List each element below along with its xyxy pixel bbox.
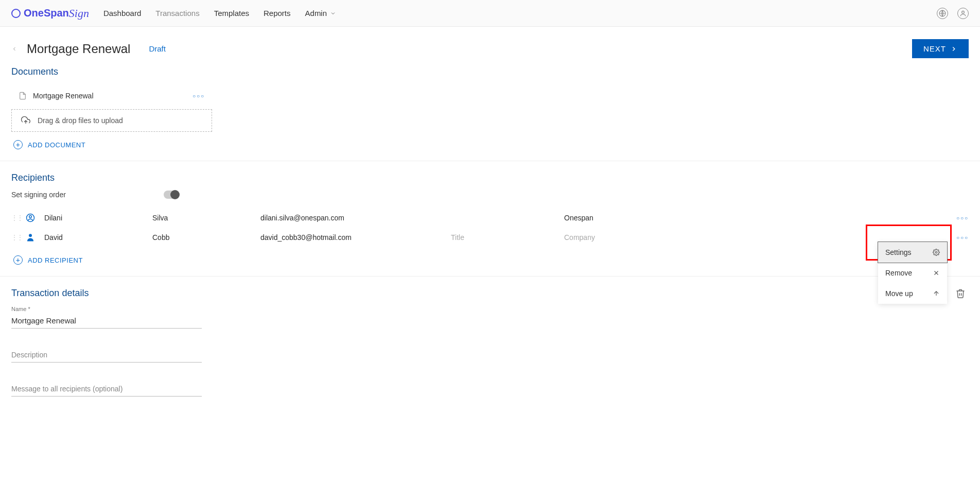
transaction-details-section: Transaction details Name * <box>0 288 980 397</box>
document-row[interactable]: Mortgage Renewal ○○○ <box>11 84 212 107</box>
user-menu-icon[interactable] <box>957 8 969 19</box>
description-input[interactable] <box>11 347 202 363</box>
add-recipient-button[interactable]: + ADD RECIPIENT <box>11 255 969 265</box>
message-field-group <box>11 381 207 397</box>
name-input[interactable] <box>11 313 202 329</box>
self-user-icon <box>26 213 44 222</box>
signing-order-label: Set signing order <box>11 191 66 199</box>
upload-dropzone[interactable]: Drag & drop files to upload <box>11 109 212 132</box>
document-name: Mortgage Renewal <box>33 92 192 100</box>
x-icon <box>933 269 940 277</box>
recipients-table: ⋮⋮ Dilani Silva dilani.silva@onespan.com… <box>11 208 969 247</box>
nav-dashboard[interactable]: Dashboard <box>103 9 141 18</box>
recipient-context-menu: Settings Remove Move up <box>878 242 947 304</box>
menu-remove-label: Remove <box>885 269 912 277</box>
menu-remove[interactable]: Remove <box>878 263 947 283</box>
nav-transactions[interactable]: Transactions <box>155 9 199 18</box>
globe-icon[interactable] <box>937 8 948 19</box>
signing-order-row: Set signing order <box>11 191 969 199</box>
file-icon <box>19 91 27 101</box>
page-header: Mortgage Renewal Draft NEXT <box>0 27 980 66</box>
recipient-email: dilani.silva@onespan.com <box>260 214 451 222</box>
chevron-right-icon <box>950 45 957 53</box>
add-document-button[interactable]: + ADD DOCUMENT <box>11 140 969 149</box>
plus-icon: + <box>13 140 23 149</box>
recipient-more-icon[interactable]: ○○○ <box>956 235 969 240</box>
recipients-title: Recipients <box>11 173 969 183</box>
recipient-company: Onespan <box>564 214 693 222</box>
delete-transaction-button[interactable] <box>955 288 966 299</box>
drag-handle-icon[interactable]: ⋮⋮ <box>11 214 26 221</box>
trash-icon <box>955 288 966 299</box>
recipient-last: Silva <box>152 214 260 222</box>
name-label: Name * <box>11 306 207 312</box>
recipient-first-input[interactable] <box>44 233 152 242</box>
menu-settings[interactable]: Settings <box>878 242 947 263</box>
name-field-group: Name * <box>11 306 207 329</box>
svg-point-1 <box>962 11 965 13</box>
divider <box>0 161 980 161</box>
user-icon <box>26 233 44 242</box>
add-recipient-label: ADD RECIPIENT <box>28 256 83 264</box>
next-button[interactable]: NEXT <box>912 39 969 58</box>
recipient-row: ⋮⋮ Dilani Silva dilani.silva@onespan.com… <box>11 208 969 228</box>
recipient-first: Dilani <box>44 214 152 222</box>
page-title: Mortgage Renewal <box>27 42 130 56</box>
add-document-label: ADD DOCUMENT <box>28 141 85 149</box>
menu-moveup-label: Move up <box>885 289 913 298</box>
recipient-company-input[interactable] <box>564 233 693 242</box>
nav-admin-label: Admin <box>305 9 327 18</box>
document-more-icon[interactable]: ○○○ <box>192 93 205 99</box>
drag-handle-icon[interactable]: ⋮⋮ <box>11 234 26 241</box>
documents-title: Documents <box>11 66 969 77</box>
description-field-group <box>11 347 207 363</box>
recipient-title-input[interactable] <box>451 233 564 242</box>
svg-point-5 <box>935 251 937 253</box>
nav-templates[interactable]: Templates <box>214 9 249 18</box>
recipient-email-input[interactable] <box>260 233 451 242</box>
signing-order-toggle[interactable] <box>164 191 179 199</box>
gear-icon <box>933 249 940 256</box>
svg-point-4 <box>29 234 32 237</box>
plus-icon: + <box>13 255 23 265</box>
dropzone-label: Drag & drop files to upload <box>38 116 123 125</box>
nav-reports[interactable]: Reports <box>264 9 291 18</box>
menu-move-up[interactable]: Move up <box>878 283 947 304</box>
cloud-upload-icon <box>20 116 31 125</box>
back-button[interactable] <box>11 44 18 54</box>
message-input[interactable] <box>11 381 202 397</box>
nav-admin[interactable]: Admin <box>305 9 337 18</box>
chevron-down-icon <box>330 10 336 16</box>
recipient-row: ⋮⋮ ○○○ Settings Remove <box>11 228 969 247</box>
svg-point-3 <box>29 216 32 218</box>
logo-icon <box>11 9 21 18</box>
logo[interactable]: OneSpan Sign <box>11 7 89 20</box>
transaction-title: Transaction details <box>11 288 89 299</box>
recipient-last-input[interactable] <box>152 233 260 242</box>
top-nav: Dashboard Transactions Templates Reports… <box>103 9 336 18</box>
divider <box>0 276 980 277</box>
logo-text: OneSpan <box>24 7 69 19</box>
topbar-right <box>937 8 969 19</box>
arrow-up-icon <box>933 290 940 297</box>
recipients-section: Recipients Set signing order ⋮⋮ Dilani S… <box>0 173 980 265</box>
topbar: OneSpan Sign Dashboard Transactions Temp… <box>0 0 980 27</box>
status-badge: Draft <box>149 44 166 53</box>
recipient-more-icon[interactable]: ○○○ <box>956 215 969 221</box>
documents-section: Documents Mortgage Renewal ○○○ Drag & dr… <box>0 66 980 149</box>
logo-suffix: Sign <box>69 7 89 20</box>
next-button-label: NEXT <box>923 44 946 53</box>
menu-settings-label: Settings <box>885 248 912 256</box>
